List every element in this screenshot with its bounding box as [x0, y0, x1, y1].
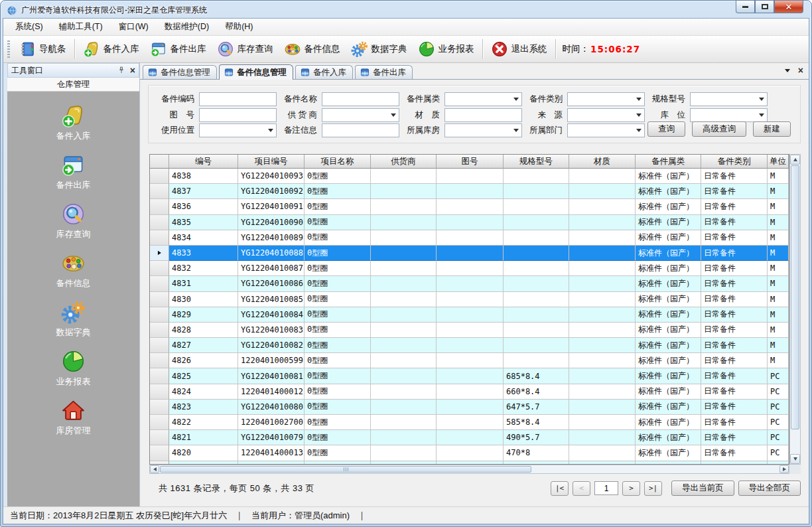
vertical-scrollbar[interactable]	[789, 154, 801, 465]
data-dictionary-button[interactable]: 数据字典	[346, 38, 413, 60]
scroll-left-button[interactable]	[150, 465, 159, 473]
parts-outbound-button[interactable]: 备件出库	[145, 38, 212, 60]
table-row[interactable]: 4827YG122040100820型圈标准件（国产）日常备件M	[150, 338, 789, 353]
table-row[interactable]: 4832YG122040100870型圈标准件（国产）日常备件M	[150, 261, 789, 276]
page-number-input[interactable]	[594, 481, 618, 495]
drawing-no-input[interactable]	[199, 108, 277, 122]
business-report-button[interactable]: 业务报表	[413, 38, 480, 60]
table-row[interactable]: 482412204014000120型圈660*8.4标准件（国产）日常备件PC	[150, 384, 789, 400]
part-category-select[interactable]	[567, 92, 645, 106]
nav-bar-button[interactable]: 导航条	[13, 38, 72, 60]
sidebar-item-parts-info[interactable]: 备件信息	[56, 251, 91, 289]
storage-location-select[interactable]	[690, 108, 768, 122]
table-row[interactable]: 4838YG122040100930型圈标准件（国产）日常备件M	[150, 169, 789, 184]
source-select[interactable]	[567, 108, 645, 122]
tab-parts-inbound[interactable]: 备件入库	[295, 65, 353, 79]
table-cell	[437, 368, 504, 384]
prev-page-button[interactable]: <	[573, 481, 590, 496]
table-cell: 4826	[169, 353, 238, 368]
sidebar-item-parts-inbound[interactable]: 备件入库	[56, 104, 91, 142]
table-row[interactable]: 4834YG122040100890型圈标准件（国产）日常备件M	[150, 230, 789, 246]
table-row[interactable]: 4830YG122040100850型圈标准件（国产）日常备件M	[150, 292, 789, 307]
part-name-input[interactable]	[322, 92, 399, 106]
pin-icon[interactable]	[117, 66, 126, 75]
table-row[interactable]: 4828YG122040100830型圈标准件（国产）日常备件M	[150, 323, 789, 338]
scroll-down-button[interactable]	[790, 454, 800, 464]
toolbar-separator	[482, 39, 483, 59]
close-button[interactable]: ✕	[774, 1, 803, 13]
query-button[interactable]: 查询	[647, 121, 685, 137]
scroll-up-button[interactable]	[790, 155, 800, 165]
row-indicator-cell	[150, 415, 169, 430]
sidebar-item-warehouse-management[interactable]: 库房管理	[56, 398, 91, 437]
tool-window-close-icon[interactable]: ×	[130, 66, 135, 75]
tab-close-icon[interactable]: ×	[798, 66, 803, 75]
toolbar-grip[interactable]	[7, 40, 10, 58]
use-position-select[interactable]	[199, 123, 277, 137]
vertical-scroll-thumb[interactable]	[791, 165, 799, 429]
table-cell: 日常备件	[701, 230, 768, 246]
sidebar-item-business-report[interactable]: 业务报表	[56, 349, 91, 388]
new-button[interactable]: 新建	[753, 121, 791, 137]
remark-input[interactable]	[322, 123, 399, 137]
scroll-right-button[interactable]	[779, 465, 789, 473]
department-select[interactable]	[567, 123, 645, 137]
tab-parts-info-management-1[interactable]: 备件信息管理	[143, 65, 217, 79]
table-cell: YG12204010085	[238, 292, 304, 307]
table-row[interactable]: 4837YG122040100920型圈标准件（国产）日常备件M	[150, 184, 789, 199]
table-row[interactable]: 482612204010005990型圈标准件（国产）日常备件M	[150, 353, 789, 368]
menu-system[interactable]: 系统(S)	[9, 19, 50, 35]
table-row[interactable]: 482012204014000130型圈470*8标准件（国产）日常备件PC	[150, 445, 789, 461]
table-row[interactable]: 4823YG122040100800型圈647*5.7标准件（国产）日常备件PC	[150, 400, 789, 415]
export-current-page-button[interactable]: 导出当前页	[671, 481, 734, 496]
maximize-button[interactable]	[755, 1, 774, 13]
exit-system-button[interactable]: 退出系统	[486, 38, 553, 60]
menu-window[interactable]: 窗口(W)	[112, 19, 155, 35]
table-cell: M	[768, 230, 789, 246]
advanced-query-button[interactable]: 高级查询	[692, 121, 746, 137]
table-row[interactable]: 4835YG122040100900型圈标准件（国产）日常备件M	[150, 215, 789, 230]
tab-parts-info-management-2[interactable]: 备件信息管理	[219, 64, 293, 80]
table-row[interactable]: 4825YG122040100810型圈685*8.4标准件（国产）日常备件PC	[150, 368, 789, 384]
parts-info-button[interactable]: 备件信息	[279, 38, 346, 60]
table-row[interactable]: 4836YG122040100910型圈标准件（国产）日常备件M	[150, 199, 789, 214]
menu-aux-tools[interactable]: 辅助工具(T)	[52, 19, 109, 35]
tab-label: 备件入库	[313, 67, 346, 78]
last-page-button[interactable]: >|	[644, 481, 662, 496]
dropdown-caret-icon	[513, 129, 519, 132]
table-row[interactable]: 4821YG122040100790型圈490*5.7标准件（国产）日常备件PC	[150, 430, 789, 445]
horizontal-scroll-thumb[interactable]	[160, 466, 531, 473]
table-row[interactable]: 4831YG122040100860型圈标准件（国产）日常备件M	[150, 276, 789, 291]
material-input[interactable]	[444, 108, 522, 122]
table-cell: M	[768, 169, 789, 184]
sidebar-item-parts-outbound[interactable]: 备件出库	[56, 153, 91, 191]
tab-parts-outbound[interactable]: 备件出库	[355, 65, 413, 79]
next-page-button[interactable]: >	[622, 481, 640, 496]
business-report-label: 业务报表	[439, 43, 474, 55]
part-code-input[interactable]	[199, 92, 277, 106]
table-row[interactable]: 4829YG122040100840型圈标准件（国产）日常备件M	[150, 307, 789, 323]
table-row[interactable]: 4833YG122040100880型圈标准件（国产）日常备件M	[150, 246, 789, 261]
stock-query-button[interactable]: 库存查询	[212, 38, 279, 60]
part-attr-class-select[interactable]	[444, 92, 522, 106]
sidebar-item-stock-query[interactable]: 库存查询	[56, 202, 91, 240]
horizontal-scrollbar[interactable]	[149, 465, 789, 474]
warehouse-select[interactable]	[444, 123, 522, 137]
table-cell	[371, 445, 437, 461]
supplier-select[interactable]	[322, 108, 399, 122]
minimize-button[interactable]	[736, 1, 755, 13]
table-cell: 585*8.4	[504, 415, 569, 430]
first-page-button[interactable]: |<	[551, 481, 569, 496]
table-row[interactable]: 482212204010027000型圈585*8.4标准件（国产）日常备件PC	[150, 415, 789, 430]
tab-strip-controls: ×	[785, 66, 803, 79]
table-cell: 4831	[169, 276, 238, 291]
tab-list-dropdown-icon[interactable]	[785, 69, 790, 72]
table-cell: 日常备件	[701, 400, 768, 415]
sidebar-item-data-dictionary[interactable]: 数据字典	[56, 300, 91, 339]
export-all-pages-button[interactable]: 导出全部页	[738, 481, 801, 496]
column-header: 材质	[569, 155, 636, 169]
parts-inbound-button[interactable]: 备件入库	[78, 38, 145, 60]
spec-model-select[interactable]	[690, 92, 768, 106]
menu-data-maintenance[interactable]: 数据维护(D)	[158, 19, 216, 35]
menu-help[interactable]: 帮助(H)	[218, 19, 259, 35]
